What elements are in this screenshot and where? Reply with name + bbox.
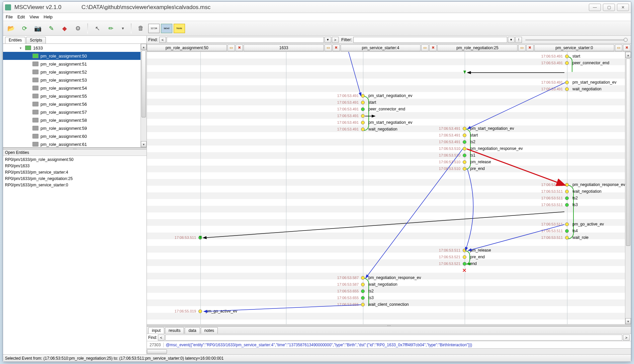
event-dot[interactable] (463, 133, 466, 137)
window-close-button[interactable]: ✕ (617, 4, 629, 11)
event-dot[interactable] (463, 255, 466, 259)
tree-item[interactable]: pm_role_assignment:51 (3, 60, 147, 68)
console-find-prev-button[interactable]: < (158, 335, 165, 341)
open-entity-item[interactable]: RP0/pm/1633/pm_role_negotiation:25 (5, 176, 145, 182)
event-dot[interactable] (565, 183, 569, 187)
open-entity-item[interactable]: RP0/pm/1633/pm_role_assignment:50 (5, 157, 145, 163)
clear-markers-icon[interactable]: ◆ (59, 22, 71, 34)
highlighter-tool-icon[interactable]: ✏ (105, 22, 117, 34)
find-input[interactable] (167, 37, 324, 43)
event-dot[interactable] (463, 147, 466, 151)
filter-dropdown-button[interactable]: ▾ (508, 37, 515, 43)
toggle-timestamp-button[interactable]: 12:34 (148, 24, 160, 33)
event-dot[interactable] (463, 269, 466, 272)
event-dot[interactable] (565, 196, 569, 200)
event-dot[interactable] (463, 127, 466, 130)
collapse-icon[interactable]: ▾ (20, 46, 24, 50)
menu-view[interactable]: View (29, 14, 39, 19)
tree-item[interactable]: pm_role_assignment:53 (3, 76, 147, 84)
tab-results[interactable]: results (165, 327, 184, 334)
console-hscrollbar[interactable] (147, 348, 631, 354)
event-dot[interactable] (565, 87, 569, 91)
window-minimize-button[interactable]: — (589, 4, 601, 11)
event-dot[interactable] (565, 236, 569, 240)
event-dot[interactable] (361, 289, 365, 293)
diagram-scrollbar[interactable]: ▴ ▾ (625, 52, 631, 324)
tab-notes[interactable]: notes (201, 327, 218, 334)
event-dot[interactable] (463, 249, 466, 252)
open-entity-item[interactable]: RP0/pm/1633/pm_service_starter:4 (5, 169, 145, 176)
tree-item[interactable]: pm_role_assignment:50 (3, 52, 147, 60)
event-dot[interactable] (361, 94, 365, 98)
filter-invert-button[interactable]: ! (515, 37, 522, 43)
find-prev-button[interactable]: < (159, 37, 166, 43)
tree-item[interactable]: pm_role_assignment:58 (3, 116, 147, 124)
event-dot[interactable] (361, 276, 365, 280)
lane-close-button[interactable]: ✖ (623, 44, 630, 51)
menu-edit[interactable]: Edit (17, 14, 25, 19)
lane-title[interactable]: 1633 (244, 44, 324, 51)
marker-icon[interactable]: ✎ (45, 22, 57, 34)
event-dot[interactable] (361, 296, 365, 300)
tree-scrollbar[interactable]: ▴ ▾ (141, 44, 147, 147)
tree-item[interactable]: pm_role_assignment:52 (3, 68, 147, 76)
tree-item[interactable]: pm_role_assignment:59 (3, 124, 147, 132)
find-dropdown-button[interactable]: ▾ (325, 37, 331, 43)
lane-close-button[interactable]: ✖ (526, 44, 534, 51)
menu-help[interactable]: Help (43, 14, 53, 19)
event-dot[interactable] (565, 222, 569, 226)
trash-icon[interactable]: 🗑 (135, 22, 147, 34)
event-dot[interactable] (463, 140, 466, 144)
lane-minimize-button[interactable]: ▭ (615, 44, 622, 51)
lane-title[interactable]: pm_role_assignment:50 (147, 44, 227, 51)
menu-file[interactable]: File (6, 14, 13, 19)
sequence-diagram[interactable]: start17:06:53.491peer_connector_end17:06… (147, 52, 631, 324)
event-dot[interactable] (361, 101, 365, 104)
lane-close-button[interactable]: ✖ (236, 44, 243, 51)
window-maximize-button[interactable]: ▢ (603, 4, 615, 11)
tab-entities[interactable]: Entities (5, 37, 25, 43)
tree-item[interactable]: pm_role_assignment:57 (3, 108, 147, 116)
tree-item[interactable]: pm_role_assignment:55 (3, 92, 147, 100)
console-find-input[interactable] (165, 335, 622, 341)
event-dot[interactable] (361, 303, 365, 306)
lane-title[interactable]: pm_service_starter:0 (534, 44, 614, 51)
tab-input[interactable]: input (148, 327, 164, 334)
zoom-slider[interactable] (523, 37, 630, 43)
tab-scripts[interactable]: Scripts (26, 37, 46, 43)
settings-icon[interactable]: ⚙ (72, 22, 84, 34)
tree-item[interactable]: pm_role_assignment:60 (3, 132, 147, 140)
event-dot[interactable] (565, 229, 569, 233)
lane-title[interactable]: pm_role_negotiation:25 (437, 44, 517, 51)
event-dot[interactable] (361, 121, 365, 124)
tree-item[interactable]: pm_role_assignment:54 (3, 84, 147, 92)
tree-item[interactable]: pm_role_assignment:61 (3, 140, 147, 148)
lane-close-button[interactable]: ✖ (429, 44, 437, 51)
event-dot[interactable] (565, 61, 569, 65)
camera-icon[interactable]: 📷 (32, 22, 44, 34)
open-icon[interactable]: 📂 (5, 22, 17, 34)
tool-dropdown-icon[interactable]: ▾ (118, 24, 127, 33)
event-dot[interactable] (361, 114, 365, 118)
event-dot[interactable] (361, 283, 365, 286)
event-dot[interactable] (463, 262, 466, 266)
lane-minimize-button[interactable]: ▭ (228, 44, 235, 51)
lane-minimize-button[interactable]: ▭ (325, 44, 332, 51)
lane-minimize-button[interactable]: ▭ (421, 44, 429, 51)
event-dot[interactable] (565, 81, 569, 84)
reload-icon[interactable]: ⟳ (18, 22, 30, 34)
event-dot[interactable] (463, 160, 466, 164)
filter-input[interactable] (353, 37, 507, 43)
event-dot[interactable] (463, 154, 466, 157)
event-dot[interactable] (361, 127, 365, 131)
event-dot[interactable] (565, 190, 569, 193)
lane-minimize-button[interactable]: ▭ (518, 44, 526, 51)
toggle-label-button[interactable]: label (161, 24, 172, 33)
find-next-button[interactable]: > (332, 37, 339, 43)
tab-data[interactable]: data (185, 327, 200, 334)
event-dot[interactable] (198, 236, 202, 240)
console-line[interactable]: 27303 @msc_event({"entity":"RP0/1633/163… (147, 341, 631, 348)
event-dot[interactable] (463, 167, 466, 171)
tree-parent-row[interactable]: ▾ 1633 (3, 44, 147, 52)
entity-tree[interactable]: ▾ 1633 pm_role_assignment:50pm_role_assi… (3, 44, 147, 148)
